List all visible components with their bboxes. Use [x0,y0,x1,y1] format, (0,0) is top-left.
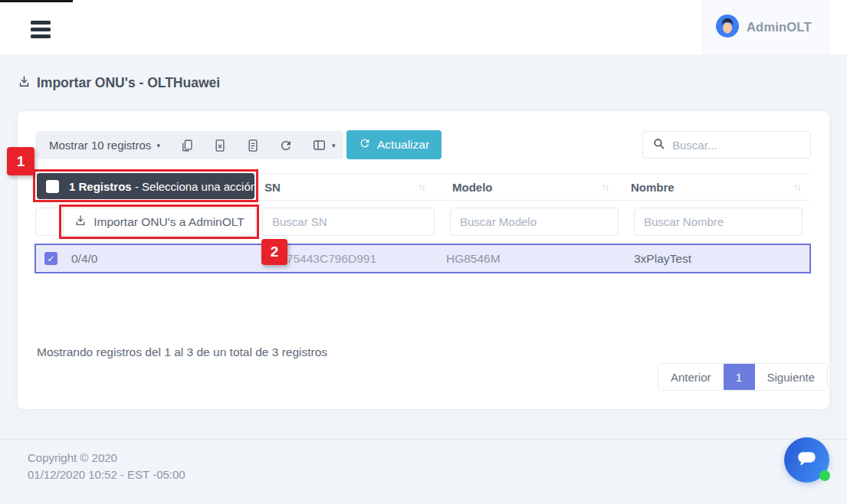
select-all-checkbox[interactable] [46,180,59,193]
search-input[interactable] [672,139,795,152]
excel-export-button[interactable] [213,139,227,152]
importar-onus-label: Importar ONU's a AdminOLT [94,215,244,229]
user-name: AdminOLT [747,20,812,34]
filter-sn-input[interactable] [262,208,435,236]
pagination: Anterior 1 Siguiente [658,363,828,391]
row-checkbox[interactable]: ✓ [44,252,57,265]
hamburger-icon [31,34,51,38]
import-icon [18,75,31,91]
breadcrumb: Importar ONU's - OLTHuawei [18,75,220,91]
importar-onus-button[interactable]: Importar ONU's a AdminOLT [63,208,256,236]
refresh-icon [359,137,371,152]
copy-button[interactable] [180,139,194,152]
column-visibility-button[interactable]: ▾ [312,138,336,152]
online-status-dot [819,470,830,481]
global-search [642,131,811,159]
caret-down-icon: ▾ [262,182,266,190]
filter-modelo-input[interactable] [450,208,619,236]
actualizar-label: Actualizar [377,138,429,152]
file-export-button[interactable] [246,139,260,152]
menu-toggle-button[interactable] [31,21,51,41]
page-length-select[interactable]: Mostrar 10 registros [49,139,151,152]
previous-page-button[interactable]: Anterior [658,364,724,390]
annotation-badge-2: 2 [261,239,287,265]
table-row[interactable]: ✓ 0/4/0 48575443C796D991 HG8546M 3xPlayT… [34,244,811,273]
footer-divider [0,439,847,440]
records-summary: Mostrando registros del 1 al 3 de un tot… [37,345,327,359]
next-page-button[interactable]: Siguiente [755,364,828,390]
column-header-modelo[interactable]: Modelo [452,174,493,200]
bulk-action-label: 1 Registros - Selecciona una acción [69,180,257,193]
annotation-badge-1: 1 [7,147,34,175]
copyright-text: Copyright © 2020 [28,451,117,464]
column-header-nombre[interactable]: Nombre [631,174,675,200]
cell-port: 0/4/0 [71,245,97,272]
check-icon: ✓ [47,254,54,264]
user-avatar [716,15,739,41]
sort-icon[interactable]: ↑↓ [602,174,609,200]
cell-modelo: HG8546M [446,245,501,272]
caret-down-icon: ▾ [332,142,336,149]
datatable-card: Mostrar 10 registros ▾ [18,111,829,409]
hamburger-icon [31,28,51,31]
cell-nombre: 3xPlayTest [634,245,691,272]
table-toolbar: Mostrar 10 registros ▾ [35,131,343,159]
sort-icon[interactable]: ↑↓ [793,174,800,200]
page-title: Importar ONU's - OLTHuawei [37,75,220,91]
timestamp-text: 01/12/2020 10:52 - EST -05:00 [28,468,185,481]
screen-edge-strip [0,0,73,2]
caret-down-icon: ▾ [156,142,160,149]
current-page-button[interactable]: 1 [724,364,755,390]
import-icon [74,214,87,230]
actualizar-button[interactable]: Actualizar [346,130,442,159]
reload-button[interactable] [279,139,293,152]
search-icon [652,137,665,153]
bulk-action-dropdown[interactable]: 1 Registros - Selecciona una acción ▾ [37,173,254,199]
chat-icon [795,447,819,473]
hamburger-icon [31,21,51,25]
filter-nombre-input[interactable] [634,208,803,236]
column-header-sn[interactable]: SN [264,174,281,200]
sort-icon[interactable]: ↑↓ [418,174,425,200]
user-menu[interactable]: AdminOLT [702,0,830,54]
